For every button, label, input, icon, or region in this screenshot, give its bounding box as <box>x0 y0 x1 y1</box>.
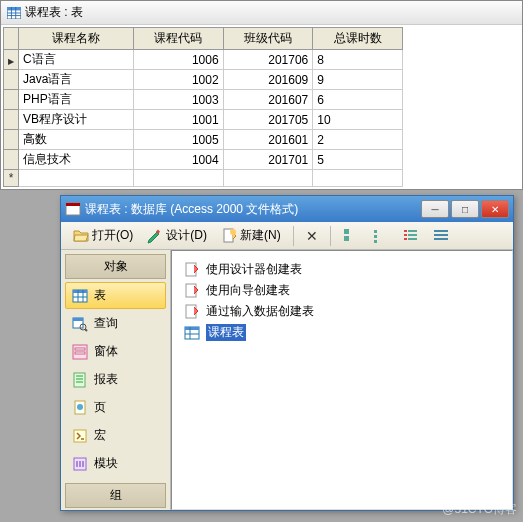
cell[interactable]: 1006 <box>133 50 223 70</box>
sidebar-item-forms[interactable]: 窗体 <box>65 338 166 365</box>
sidebar-item-macros[interactable]: 宏 <box>65 422 166 449</box>
table-object-course[interactable]: 课程表 <box>180 322 504 343</box>
cell[interactable]: 1003 <box>133 90 223 110</box>
small-icons-icon <box>373 228 389 244</box>
cell[interactable]: Java语言 <box>19 70 134 90</box>
database-icon <box>65 202 81 216</box>
new-row[interactable] <box>4 170 403 187</box>
list-view-button[interactable] <box>397 225 425 247</box>
data-grid[interactable]: 课程名称 课程代码 班级代码 总课时数 C语言10062017068Java语言… <box>3 27 403 187</box>
sidebar-item-tables[interactable]: 表 <box>65 282 166 309</box>
table-row[interactable]: Java语言10022016099 <box>4 70 403 90</box>
table-icon <box>184 325 200 341</box>
design-icon <box>147 228 163 244</box>
cell[interactable]: VB程序设计 <box>19 110 134 130</box>
db-titlebar[interactable]: 课程表 : 数据库 (Access 2000 文件格式) ─ □ ✕ <box>61 196 513 222</box>
row-selector[interactable] <box>4 130 19 150</box>
svg-point-10 <box>230 229 236 235</box>
small-icons-button[interactable] <box>367 225 395 247</box>
table-row[interactable]: 高数10052016012 <box>4 130 403 150</box>
object-list-pane[interactable]: 使用设计器创建表 使用向导创建表 通过输入数据创建表 课程表 <box>171 250 513 510</box>
cell[interactable] <box>133 170 223 187</box>
sidebar-item-queries[interactable]: 查询 <box>65 310 166 337</box>
row-selector[interactable] <box>4 70 19 90</box>
query-icon <box>72 316 88 332</box>
cell[interactable]: 信息技术 <box>19 150 134 170</box>
item-label: 通过输入数据创建表 <box>206 303 314 320</box>
cell[interactable]: 1001 <box>133 110 223 130</box>
table-row[interactable]: 信息技术10042017015 <box>4 150 403 170</box>
sidebar-groups-header[interactable]: 组 <box>65 483 166 508</box>
cell[interactable]: 10 <box>313 110 403 130</box>
cell[interactable]: 5 <box>313 150 403 170</box>
watermark: @51CTO博客 <box>442 501 517 518</box>
sidebar-header[interactable]: 对象 <box>65 254 166 279</box>
cell[interactable]: 201706 <box>223 50 313 70</box>
delete-button[interactable]: ✕ <box>300 225 324 247</box>
svg-rect-35 <box>75 348 85 350</box>
datasheet-titlebar[interactable]: 课程表 : 表 <box>1 1 522 25</box>
table-row[interactable]: C语言10062017068 <box>4 50 403 70</box>
new-button[interactable]: 新建(N) <box>215 224 287 247</box>
maximize-button[interactable]: □ <box>451 200 479 218</box>
create-table-design[interactable]: 使用设计器创建表 <box>180 259 504 280</box>
create-table-entry[interactable]: 通过输入数据创建表 <box>180 301 504 322</box>
report-icon <box>72 372 88 388</box>
cell[interactable] <box>19 170 134 187</box>
cell[interactable]: 201601 <box>223 130 313 150</box>
cell[interactable]: 2 <box>313 130 403 150</box>
details-view-button[interactable] <box>427 225 455 247</box>
design-button[interactable]: 设计(D) <box>141 224 213 247</box>
cell[interactable] <box>223 170 313 187</box>
cell[interactable]: 9 <box>313 70 403 90</box>
toolbar-separator <box>330 226 331 246</box>
svg-line-33 <box>85 329 87 331</box>
cell[interactable]: 8 <box>313 50 403 70</box>
sidebar-item-pages[interactable]: 页 <box>65 394 166 421</box>
datasheet-title: 课程表 : 表 <box>25 4 83 21</box>
cell[interactable]: 6 <box>313 90 403 110</box>
sidebar-item-reports[interactable]: 报表 <box>65 366 166 393</box>
svg-rect-37 <box>74 373 85 387</box>
row-selector[interactable] <box>4 90 19 110</box>
cell[interactable]: 201701 <box>223 150 313 170</box>
table-row[interactable]: PHP语言10032016076 <box>4 90 403 110</box>
minimize-button[interactable]: ─ <box>421 200 449 218</box>
open-button[interactable]: 打开(O) <box>67 224 139 247</box>
select-all-corner[interactable] <box>4 28 19 50</box>
col-header[interactable]: 课程名称 <box>19 28 134 50</box>
row-selector[interactable] <box>4 170 19 187</box>
cell[interactable]: PHP语言 <box>19 90 134 110</box>
item-label: 使用向导创建表 <box>206 282 290 299</box>
sidebar-item-modules[interactable]: 模块 <box>65 450 166 477</box>
svg-point-42 <box>77 404 83 410</box>
cell[interactable]: 201705 <box>223 110 313 130</box>
toolbar-separator <box>293 226 294 246</box>
svg-rect-16 <box>404 230 407 232</box>
cell[interactable] <box>313 170 403 187</box>
row-selector[interactable] <box>4 50 19 70</box>
sidebar-label: 宏 <box>94 427 106 444</box>
col-header[interactable]: 总课时数 <box>313 28 403 50</box>
svg-rect-14 <box>374 235 377 238</box>
close-button[interactable]: ✕ <box>481 200 509 218</box>
cell[interactable]: 1005 <box>133 130 223 150</box>
cell[interactable]: 高数 <box>19 130 134 150</box>
create-table-wizard[interactable]: 使用向导创建表 <box>180 280 504 301</box>
delete-icon: ✕ <box>306 228 318 244</box>
table-row[interactable]: VB程序设计100120170510 <box>4 110 403 130</box>
cell[interactable]: 201609 <box>223 70 313 90</box>
cell[interactable]: 1004 <box>133 150 223 170</box>
cell[interactable]: C语言 <box>19 50 134 70</box>
row-selector[interactable] <box>4 150 19 170</box>
large-icons-button[interactable] <box>337 225 365 247</box>
svg-rect-20 <box>404 238 407 240</box>
cell[interactable]: 201607 <box>223 90 313 110</box>
col-header[interactable]: 班级代码 <box>223 28 313 50</box>
large-icons-icon <box>343 228 359 244</box>
row-selector[interactable] <box>4 110 19 130</box>
svg-rect-12 <box>344 236 349 241</box>
cell[interactable]: 1002 <box>133 70 223 90</box>
col-header[interactable]: 课程代码 <box>133 28 223 50</box>
table-icon <box>7 7 21 19</box>
